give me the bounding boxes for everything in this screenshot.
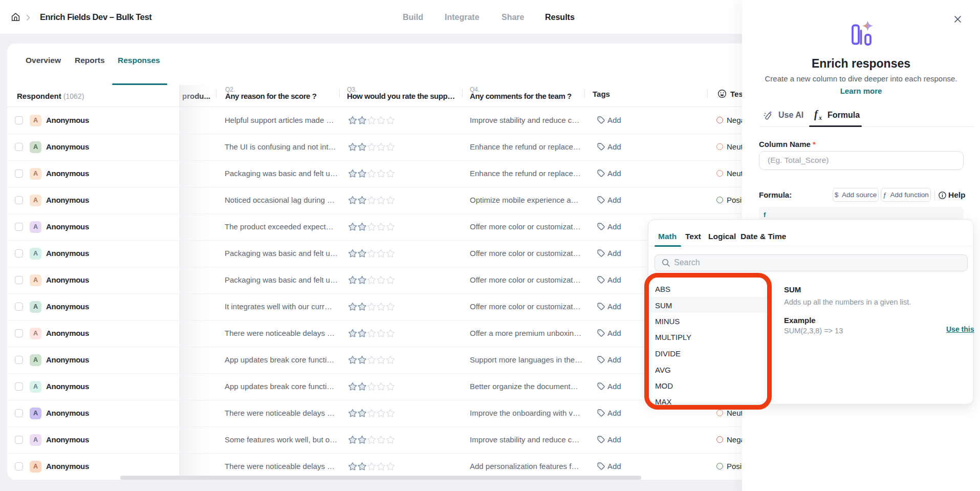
svg-text:x: x [818,114,822,121]
svg-text:f: f [814,109,819,120]
